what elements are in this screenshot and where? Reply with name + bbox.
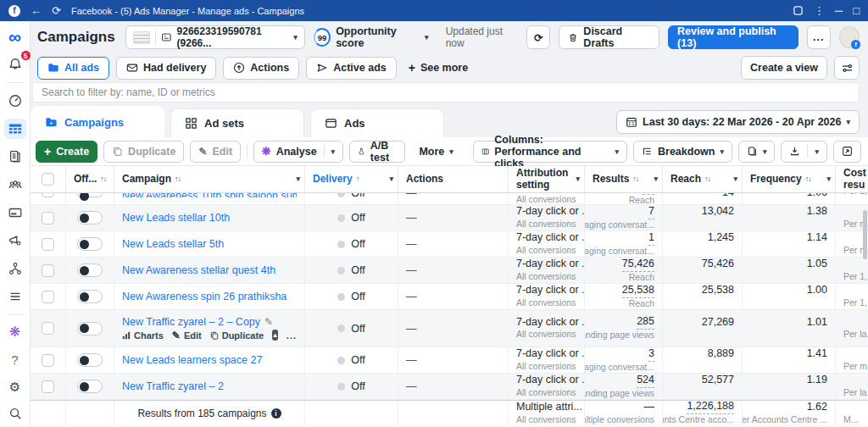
sidebar-item-reports[interactable] xyxy=(4,147,26,167)
chevron-down-icon[interactable]: ▾ xyxy=(815,147,819,156)
table-row[interactable]: New Awareness 10th spin saloon summer Of… xyxy=(31,193,868,205)
row-checkbox[interactable] xyxy=(42,291,54,303)
row-checkbox[interactable] xyxy=(42,380,54,393)
row-checkbox[interactable] xyxy=(42,212,54,225)
campaign-toggle[interactable] xyxy=(77,193,103,197)
tab-ads[interactable]: Ads xyxy=(310,108,444,137)
row-checkbox[interactable] xyxy=(42,264,54,277)
filter-had-delivery[interactable]: Had delivery xyxy=(116,57,216,80)
export-button[interactable]: ▾ xyxy=(781,141,827,163)
sidebar-item-ads-settings[interactable] xyxy=(4,230,26,251)
campaign-link[interactable]: New Leads stellar 10th xyxy=(122,212,297,224)
campaign-toggle[interactable] xyxy=(77,237,103,251)
view-chart-button[interactable]: ▴ xyxy=(272,330,278,341)
more-button[interactable]: More ▾ xyxy=(411,141,460,163)
results-value[interactable]: 75,426 xyxy=(622,258,654,272)
sidebar-item-business-settings[interactable] xyxy=(4,258,26,279)
chevron-down-icon[interactable]: ▾ xyxy=(576,175,580,184)
tab-campaigns[interactable]: Campaigns xyxy=(31,106,164,137)
discard-drafts-button[interactable]: Discard Drafts xyxy=(559,25,659,49)
sidebar-item-overview[interactable] xyxy=(4,91,26,111)
sidebar-item-all-tools[interactable] xyxy=(4,286,26,307)
column-header-off[interactable]: Off...↑↓ xyxy=(66,166,114,192)
maximize-icon[interactable]: □ xyxy=(853,5,860,16)
quick-action-charts[interactable]: Charts xyxy=(122,330,164,341)
table-row[interactable]: New Awareness stellar quest 4th Off — 7-… xyxy=(31,258,868,284)
open-charts-button[interactable] xyxy=(833,141,861,163)
sidebar-item-meta-ai[interactable]: ❋ xyxy=(4,322,26,342)
review-publish-button[interactable]: Review and publish (13) xyxy=(668,25,798,49)
row-checkbox[interactable] xyxy=(42,322,54,335)
sidebar-item-settings[interactable]: ⚙ xyxy=(4,376,26,396)
extension-icon[interactable] xyxy=(793,5,804,16)
row-checkbox[interactable] xyxy=(42,193,54,197)
campaign-toggle[interactable] xyxy=(77,353,103,367)
edit-button[interactable]: ✎ Edit xyxy=(190,141,241,163)
create-view-button[interactable]: Create a view xyxy=(741,56,827,80)
back-icon[interactable]: ← xyxy=(31,5,42,16)
campaign-link[interactable]: New Awareness stellar quest 4th xyxy=(122,264,297,276)
table-row[interactable]: New Awareness spin 26 prathiksha Off — 7… xyxy=(31,284,868,310)
sidebar-item-help[interactable]: ? xyxy=(4,349,26,369)
column-header-results[interactable]: Results↑↓▾ xyxy=(585,166,663,192)
campaign-link[interactable]: New Traffic zyarel – 2 – Copy xyxy=(122,316,260,328)
chevron-down-icon[interactable]: ▾ xyxy=(733,175,737,184)
quick-action-duplicate[interactable]: Duplicate xyxy=(210,330,264,341)
info-icon[interactable]: i xyxy=(271,408,281,419)
table-row[interactable]: New Leads stellar 10th Off — 7-day click… xyxy=(31,205,868,231)
sidebar-item-search[interactable] xyxy=(4,403,26,424)
row-checkbox[interactable] xyxy=(42,354,54,367)
select-all-checkbox[interactable] xyxy=(42,173,54,186)
column-header-actions[interactable]: Actions xyxy=(398,166,509,192)
campaign-toggle[interactable] xyxy=(77,290,103,303)
quick-action-more[interactable]: ... xyxy=(287,330,297,341)
column-header-cost-per-result[interactable]: Costresu xyxy=(836,166,868,192)
table-row[interactable]: New Leads learners space 27 Off — 7-day … xyxy=(31,347,868,374)
campaign-toggle[interactable] xyxy=(77,211,103,225)
campaign-link[interactable]: New Traffic zyarel – 2 xyxy=(122,380,297,392)
select-all-checkbox-cell[interactable] xyxy=(31,166,66,192)
sidebar-item-billing[interactable] xyxy=(4,202,26,223)
table-row[interactable]: New Traffic zyarel – 2 Off — 7-day click… xyxy=(31,374,868,400)
column-header-delivery[interactable]: Delivery↑▾ xyxy=(305,166,398,192)
results-value[interactable]: 1 xyxy=(648,231,654,246)
filter-active-ads[interactable]: Active ads xyxy=(306,57,397,80)
meta-logo[interactable]: ∞ xyxy=(4,26,26,47)
campaign-toggle[interactable] xyxy=(77,322,103,336)
column-header-frequency[interactable]: Frequency↑↓▾ xyxy=(743,166,836,192)
campaign-toggle[interactable] xyxy=(77,380,103,393)
filter-all-ads[interactable]: All ads xyxy=(37,57,109,80)
opportunity-score[interactable]: 99 Opportunity score ▾ xyxy=(314,25,429,49)
column-header-campaign[interactable]: Campaign↑↓▾ xyxy=(114,166,305,192)
analyse-button[interactable]: ❋ Analyse ▾ xyxy=(253,141,343,163)
results-value[interactable]: 3 xyxy=(648,347,654,362)
campaign-link[interactable]: New Leads learners space 27 xyxy=(122,354,297,366)
tab-ad-sets[interactable]: Ad sets xyxy=(170,108,304,137)
sidebar-item-notifications[interactable]: 5 xyxy=(4,54,26,75)
quick-action-edit[interactable]: ✎ Edit xyxy=(172,330,202,341)
profile-avatar[interactable]: f xyxy=(839,26,860,48)
refresh-button[interactable]: ⟳ xyxy=(526,25,550,49)
vertical-scrollbar[interactable] xyxy=(863,210,867,259)
refresh-icon[interactable]: ⟳ xyxy=(52,5,61,16)
chevron-down-icon[interactable]: ▾ xyxy=(331,147,336,156)
sidebar-item-campaigns[interactable] xyxy=(4,119,26,139)
results-value[interactable]: 25,538 xyxy=(622,284,654,298)
column-header-reach[interactable]: Reach↑↓▾ xyxy=(663,166,743,192)
rename-pencil-icon[interactable]: ✎ xyxy=(264,316,273,328)
account-selector[interactable]: 926623319590781 (9266... ▾ xyxy=(125,25,305,49)
chevron-down-icon[interactable]: ▾ xyxy=(654,175,658,184)
chevron-down-icon[interactable]: ▾ xyxy=(763,147,767,156)
create-button[interactable]: + Create xyxy=(36,141,97,163)
view-settings-button[interactable] xyxy=(834,56,860,80)
results-value[interactable]: 285 xyxy=(637,315,654,330)
campaign-link[interactable]: New Awareness 10th spin saloon summer xyxy=(122,193,297,197)
filter-actions[interactable]: Actions xyxy=(223,57,299,80)
duplicate-button[interactable]: Duplicate xyxy=(103,141,184,163)
row-checkbox[interactable] xyxy=(42,238,54,251)
search-input[interactable] xyxy=(32,82,860,103)
results-value[interactable]: 524 xyxy=(637,374,654,388)
campaign-link[interactable]: New Leads stellar 5th xyxy=(122,238,297,250)
see-more-button[interactable]: + See more xyxy=(403,61,473,75)
reports-button[interactable]: ▾ xyxy=(738,141,776,163)
